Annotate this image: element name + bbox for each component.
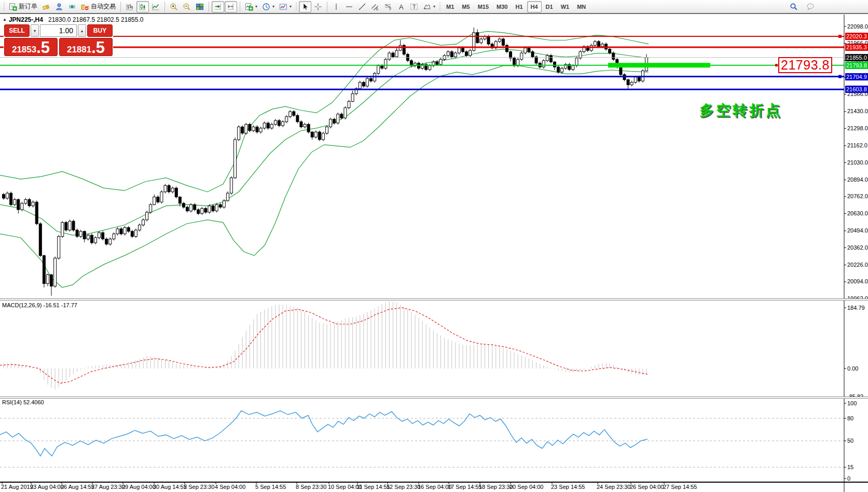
fibonacci-button[interactable]: F bbox=[382, 1, 394, 12]
shapes-button[interactable]: ▾ bbox=[421, 1, 437, 12]
rsi-pane-divider[interactable] bbox=[0, 397, 868, 399]
templates-icon bbox=[279, 3, 287, 11]
price-annotation-box[interactable]: 21793.8 bbox=[778, 57, 832, 73]
eraser-icon bbox=[42, 3, 50, 11]
candle-body bbox=[65, 223, 67, 230]
timeframe-H1-button[interactable]: H1 bbox=[512, 1, 526, 12]
candle-body bbox=[549, 56, 552, 62]
volume-input[interactable] bbox=[40, 24, 77, 37]
volume-down-button[interactable]: ▼ bbox=[31, 24, 39, 37]
symbol-period-label: JPN225-,H4 bbox=[9, 16, 43, 23]
macd-pane-divider[interactable] bbox=[0, 298, 868, 300]
candle-body bbox=[535, 57, 538, 63]
candle-body bbox=[194, 204, 196, 210]
candle-body bbox=[329, 119, 332, 127]
toolbar-separator bbox=[120, 2, 121, 12]
macd-indicator-label: MACD(12,26,9) -16.51 -17.77 bbox=[2, 302, 77, 308]
mt4-window: 新订单自动交易▾▾▾EFAT▾M1M5M15M30H1H4D1W1MN ▲JPN… bbox=[0, 0, 868, 492]
auto-scroll-button[interactable] bbox=[212, 1, 224, 12]
timeframe-M30-button[interactable]: M30 bbox=[493, 1, 511, 12]
candle-body bbox=[263, 123, 266, 128]
candle-body bbox=[134, 230, 137, 236]
candle-body bbox=[531, 52, 534, 57]
text-button[interactable]: A bbox=[395, 1, 407, 12]
toolbar-grip bbox=[296, 2, 297, 11]
timeframe-M5-button[interactable]: M5 bbox=[458, 1, 473, 12]
zoom-in-button[interactable] bbox=[168, 1, 180, 12]
templates-button[interactable]: ▾ bbox=[277, 1, 294, 12]
indicators-button[interactable]: ▾ bbox=[243, 1, 259, 12]
shapes-icon bbox=[423, 3, 431, 11]
candle-body bbox=[304, 125, 306, 127]
profile-icon bbox=[55, 3, 63, 11]
profile-button[interactable] bbox=[53, 1, 65, 12]
news-button[interactable] bbox=[66, 1, 78, 12]
candle-body bbox=[105, 239, 108, 244]
chart-candles-button[interactable] bbox=[136, 1, 149, 12]
dropdown-arrow-icon: ▾ bbox=[433, 4, 435, 9]
eraser-button[interactable] bbox=[40, 1, 52, 12]
highlight-bar[interactable] bbox=[608, 63, 710, 67]
zoom-out-button[interactable] bbox=[181, 1, 193, 12]
chart-line-button[interactable] bbox=[149, 1, 162, 12]
sell-price-display[interactable]: 21853.5 bbox=[4, 38, 58, 56]
candle-body bbox=[46, 275, 49, 283]
candle-body bbox=[226, 193, 229, 201]
timeframe-D1-button[interactable]: D1 bbox=[542, 1, 557, 12]
candle-body bbox=[337, 114, 339, 123]
buy-price-display[interactable]: 21881.5 bbox=[59, 38, 113, 56]
trendline-button[interactable] bbox=[356, 1, 368, 12]
candle-body bbox=[24, 199, 27, 203]
chart-shift-button[interactable] bbox=[225, 1, 237, 12]
collapse-icon[interactable]: ▲ bbox=[3, 17, 7, 22]
auto-scroll-icon bbox=[214, 3, 222, 11]
timeframe-MN-button[interactable]: MN bbox=[573, 1, 589, 12]
crosshair-button[interactable] bbox=[312, 1, 324, 12]
chat-button[interactable] bbox=[804, 1, 817, 12]
candle-body bbox=[381, 66, 383, 69]
line-handle[interactable] bbox=[838, 35, 842, 38]
price-tick-label: 20762.0 bbox=[847, 193, 868, 200]
text-label-button[interactable]: T bbox=[408, 1, 420, 12]
volume-up-button[interactable]: ▲ bbox=[78, 24, 86, 37]
toolbar-grip bbox=[4, 2, 5, 11]
chart-canvas[interactable] bbox=[0, 0, 868, 492]
candle-body bbox=[436, 62, 438, 64]
buy-button[interactable]: BUY bbox=[87, 24, 113, 37]
macd-tick-label: 184.79 bbox=[847, 305, 865, 311]
autotrading-button[interactable]: 自动交易 bbox=[79, 1, 118, 12]
rsi-indicator-label: RSI(14) 52.4060 bbox=[2, 399, 44, 405]
search-button[interactable] bbox=[788, 1, 800, 12]
tile-windows-button[interactable] bbox=[194, 1, 206, 12]
equidistant-channel-button[interactable]: E bbox=[369, 1, 381, 12]
hline-button[interactable] bbox=[343, 1, 355, 12]
spin-up-icon: ▲ bbox=[80, 29, 84, 33]
candle-body bbox=[612, 53, 615, 59]
timeframe-M1-button[interactable]: M1 bbox=[443, 1, 458, 12]
periods-icon bbox=[262, 3, 270, 11]
timeframe-W1-button[interactable]: W1 bbox=[557, 1, 573, 12]
candle-body bbox=[28, 199, 31, 206]
toolbar-separator bbox=[240, 2, 240, 12]
timeframe-H4-button[interactable]: H4 bbox=[527, 1, 542, 12]
time-axis-label: 26 Sep 04:00 bbox=[630, 484, 664, 490]
timeframe-M15-button[interactable]: M15 bbox=[474, 1, 492, 12]
time-axis-label: 5 Sep 14:55 bbox=[255, 484, 286, 490]
candle-body bbox=[498, 39, 501, 42]
periods-button[interactable]: ▾ bbox=[260, 1, 277, 12]
candle-body bbox=[43, 255, 45, 283]
sell-button[interactable]: SELL bbox=[4, 24, 30, 37]
candle-body bbox=[35, 202, 38, 224]
candle-body bbox=[168, 185, 170, 192]
new-order-button[interactable]: 新订单 bbox=[7, 1, 39, 12]
cursor-button[interactable] bbox=[299, 1, 311, 12]
price-tick-label: 21430.0 bbox=[847, 108, 868, 115]
candle-body bbox=[634, 77, 637, 83]
candle-body bbox=[252, 127, 255, 130]
chart-bars-button[interactable] bbox=[123, 1, 136, 12]
candle-body bbox=[293, 112, 295, 115]
time-axis-label: 26 Aug 14:55 bbox=[61, 484, 94, 490]
line-handle[interactable] bbox=[838, 75, 842, 78]
vline-button[interactable] bbox=[330, 1, 342, 12]
text-label-icon: T bbox=[410, 3, 418, 11]
